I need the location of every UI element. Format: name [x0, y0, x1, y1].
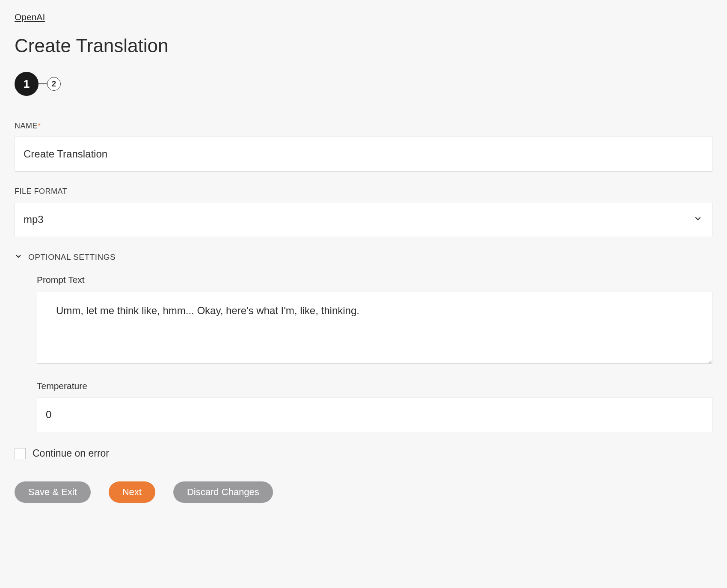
chevron-down-icon: [15, 252, 22, 262]
name-input[interactable]: [15, 137, 712, 172]
field-temperature: Temperature: [37, 381, 712, 432]
page-title: Create Translation: [15, 35, 712, 56]
button-row: Save & Exit Next Discard Changes: [15, 481, 712, 503]
prompt-text-input[interactable]: [37, 291, 712, 364]
optional-settings-body: Prompt Text Temperature: [15, 275, 712, 432]
step-1[interactable]: 1: [15, 72, 39, 96]
step-2[interactable]: 2: [47, 77, 61, 91]
field-prompt-text: Prompt Text: [37, 275, 712, 365]
temperature-input[interactable]: [37, 397, 712, 432]
continue-on-error-label: Continue on error: [33, 448, 109, 459]
temperature-label: Temperature: [37, 381, 712, 391]
discard-changes-button[interactable]: Discard Changes: [173, 481, 273, 503]
field-name: NAME*: [15, 122, 712, 172]
name-label-text: NAME: [15, 122, 38, 130]
name-label: NAME*: [15, 122, 712, 131]
file-format-value: mp3: [24, 214, 44, 226]
file-format-label: FILE FORMAT: [15, 187, 712, 196]
field-continue-on-error: Continue on error: [15, 448, 712, 459]
field-file-format: FILE FORMAT mp3: [15, 187, 712, 237]
step-connector: [39, 83, 47, 84]
file-format-select[interactable]: mp3: [15, 202, 712, 237]
next-button[interactable]: Next: [109, 481, 155, 503]
optional-settings-label: OPTIONAL SETTINGS: [28, 252, 116, 262]
prompt-text-label: Prompt Text: [37, 275, 712, 285]
required-mark: *: [38, 122, 41, 130]
save-exit-button[interactable]: Save & Exit: [15, 481, 91, 503]
breadcrumb-openai[interactable]: OpenAI: [15, 12, 45, 22]
continue-on-error-checkbox[interactable]: [15, 448, 26, 459]
stepper: 1 2: [15, 72, 712, 96]
optional-settings-toggle[interactable]: OPTIONAL SETTINGS: [15, 252, 712, 262]
